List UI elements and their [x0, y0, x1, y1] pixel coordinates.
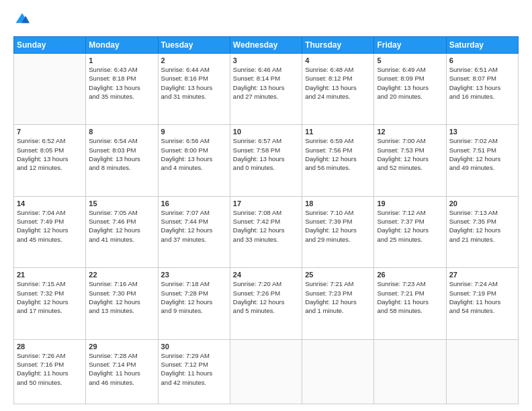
day-number: 27 — [449, 271, 515, 279]
day-number: 13 — [449, 128, 515, 136]
day-number: 21 — [17, 271, 83, 279]
calendar-day-cell: 9Sunrise: 6:56 AMSunset: 8:00 PMDaylight… — [158, 125, 230, 196]
day-info: Sunrise: 7:05 AMSunset: 7:46 PMDaylight:… — [89, 208, 154, 244]
day-info: Sunrise: 6:57 AMSunset: 7:58 PMDaylight:… — [233, 136, 299, 172]
day-number: 3 — [233, 56, 299, 64]
day-info: Sunrise: 7:08 AMSunset: 7:42 PMDaylight:… — [233, 208, 299, 244]
day-number: 1 — [89, 56, 154, 64]
day-info: Sunrise: 7:24 AMSunset: 7:19 PMDaylight:… — [449, 279, 515, 315]
day-number: 2 — [161, 56, 227, 64]
calendar-day-cell: 27Sunrise: 7:24 AMSunset: 7:19 PMDayligh… — [446, 268, 518, 339]
day-info: Sunrise: 7:20 AMSunset: 7:26 PMDaylight:… — [233, 279, 299, 315]
calendar-day-cell — [14, 54, 86, 125]
day-number: 24 — [233, 271, 299, 279]
day-number: 11 — [305, 128, 371, 136]
calendar-day-header: Friday — [374, 37, 446, 54]
calendar-day-cell: 5Sunrise: 6:49 AMSunset: 8:09 PMDaylight… — [374, 54, 446, 125]
day-number: 4 — [305, 56, 371, 64]
calendar-day-cell: 20Sunrise: 7:13 AMSunset: 7:35 PMDayligh… — [446, 196, 518, 267]
calendar-day-cell: 2Sunrise: 6:44 AMSunset: 8:16 PMDaylight… — [158, 54, 230, 125]
day-info: Sunrise: 6:46 AMSunset: 8:14 PMDaylight:… — [233, 65, 299, 101]
calendar-header-row: SundayMondayTuesdayWednesdayThursdayFrid… — [14, 37, 519, 54]
calendar-day-cell: 30Sunrise: 7:29 AMSunset: 7:12 PMDayligh… — [158, 339, 230, 404]
calendar-day-cell — [374, 339, 446, 404]
calendar-day-cell: 7Sunrise: 6:52 AMSunset: 8:05 PMDaylight… — [14, 125, 86, 196]
day-number: 15 — [89, 199, 154, 208]
day-number: 20 — [449, 199, 515, 208]
calendar-day-header: Monday — [86, 37, 158, 54]
day-number: 18 — [305, 199, 371, 208]
calendar-day-header: Tuesday — [158, 37, 230, 54]
calendar-day-cell: 29Sunrise: 7:28 AMSunset: 7:14 PMDayligh… — [86, 339, 158, 404]
day-info: Sunrise: 7:15 AMSunset: 7:32 PMDaylight:… — [17, 279, 83, 315]
day-number: 5 — [377, 56, 443, 64]
calendar-day-cell: 8Sunrise: 6:54 AMSunset: 8:03 PMDaylight… — [86, 125, 158, 196]
day-number: 14 — [17, 199, 83, 208]
day-number: 28 — [17, 342, 83, 351]
calendar-day-cell: 1Sunrise: 6:43 AMSunset: 8:18 PMDaylight… — [86, 54, 158, 125]
day-info: Sunrise: 6:56 AMSunset: 8:00 PMDaylight:… — [161, 136, 227, 172]
day-info: Sunrise: 6:43 AMSunset: 8:18 PMDaylight:… — [89, 65, 154, 101]
calendar-day-cell: 15Sunrise: 7:05 AMSunset: 7:46 PMDayligh… — [86, 196, 158, 267]
day-info: Sunrise: 7:07 AMSunset: 7:44 PMDaylight:… — [161, 208, 227, 244]
calendar-day-cell: 26Sunrise: 7:23 AMSunset: 7:21 PMDayligh… — [374, 268, 446, 339]
day-info: Sunrise: 7:10 AMSunset: 7:39 PMDaylight:… — [305, 208, 371, 244]
day-number: 10 — [233, 128, 299, 136]
calendar-day-cell: 13Sunrise: 7:02 AMSunset: 7:51 PMDayligh… — [446, 125, 518, 196]
calendar-week-row: 21Sunrise: 7:15 AMSunset: 7:32 PMDayligh… — [14, 268, 519, 339]
day-info: Sunrise: 7:28 AMSunset: 7:14 PMDaylight:… — [89, 351, 154, 387]
day-number: 25 — [305, 271, 371, 279]
logo — [13, 12, 31, 30]
day-info: Sunrise: 6:59 AMSunset: 7:56 PMDaylight:… — [305, 136, 371, 172]
calendar-week-row: 1Sunrise: 6:43 AMSunset: 8:18 PMDaylight… — [14, 54, 519, 125]
day-info: Sunrise: 6:48 AMSunset: 8:12 PMDaylight:… — [305, 65, 371, 101]
day-number: 23 — [161, 271, 227, 279]
calendar-day-cell: 3Sunrise: 6:46 AMSunset: 8:14 PMDaylight… — [230, 54, 302, 125]
calendar-day-cell: 6Sunrise: 6:51 AMSunset: 8:07 PMDaylight… — [446, 54, 518, 125]
day-number: 16 — [161, 199, 227, 208]
day-number: 19 — [377, 199, 443, 208]
calendar-table: SundayMondayTuesdayWednesdayThursdayFrid… — [13, 36, 519, 404]
calendar-day-cell: 24Sunrise: 7:20 AMSunset: 7:26 PMDayligh… — [230, 268, 302, 339]
day-info: Sunrise: 7:13 AMSunset: 7:35 PMDaylight:… — [449, 208, 515, 244]
day-info: Sunrise: 6:44 AMSunset: 8:16 PMDaylight:… — [161, 65, 227, 101]
calendar-day-cell: 4Sunrise: 6:48 AMSunset: 8:12 PMDaylight… — [302, 54, 374, 125]
calendar-day-cell: 10Sunrise: 6:57 AMSunset: 7:58 PMDayligh… — [230, 125, 302, 196]
day-number: 8 — [89, 128, 154, 136]
day-number: 30 — [161, 342, 227, 351]
calendar-day-header: Sunday — [14, 37, 86, 54]
day-info: Sunrise: 7:29 AMSunset: 7:12 PMDaylight:… — [161, 351, 227, 387]
calendar-day-cell: 14Sunrise: 7:04 AMSunset: 7:49 PMDayligh… — [14, 196, 86, 267]
calendar-day-cell: 16Sunrise: 7:07 AMSunset: 7:44 PMDayligh… — [158, 196, 230, 267]
day-info: Sunrise: 7:16 AMSunset: 7:30 PMDaylight:… — [89, 279, 154, 315]
calendar-day-cell: 25Sunrise: 7:21 AMSunset: 7:23 PMDayligh… — [302, 268, 374, 339]
day-info: Sunrise: 7:12 AMSunset: 7:37 PMDaylight:… — [377, 208, 443, 244]
day-info: Sunrise: 6:54 AMSunset: 8:03 PMDaylight:… — [89, 136, 154, 172]
day-info: Sunrise: 6:51 AMSunset: 8:07 PMDaylight:… — [449, 65, 515, 101]
day-number: 22 — [89, 271, 154, 279]
calendar-week-row: 28Sunrise: 7:26 AMSunset: 7:16 PMDayligh… — [14, 339, 519, 404]
day-info: Sunrise: 7:26 AMSunset: 7:16 PMDaylight:… — [17, 351, 83, 387]
day-info: Sunrise: 7:02 AMSunset: 7:51 PMDaylight:… — [449, 136, 515, 172]
calendar-day-cell: 19Sunrise: 7:12 AMSunset: 7:37 PMDayligh… — [374, 196, 446, 267]
day-number: 6 — [449, 56, 515, 64]
calendar-day-cell: 22Sunrise: 7:16 AMSunset: 7:30 PMDayligh… — [86, 268, 158, 339]
calendar-day-cell: 11Sunrise: 6:59 AMSunset: 7:56 PMDayligh… — [302, 125, 374, 196]
day-info: Sunrise: 6:49 AMSunset: 8:09 PMDaylight:… — [377, 65, 443, 101]
day-number: 9 — [161, 128, 227, 136]
calendar-day-cell — [302, 339, 374, 404]
calendar-week-row: 7Sunrise: 6:52 AMSunset: 8:05 PMDaylight… — [14, 125, 519, 196]
day-info: Sunrise: 7:23 AMSunset: 7:21 PMDaylight:… — [377, 279, 443, 315]
calendar-day-cell — [230, 339, 302, 404]
day-info: Sunrise: 7:04 AMSunset: 7:49 PMDaylight:… — [17, 208, 83, 244]
day-info: Sunrise: 6:52 AMSunset: 8:05 PMDaylight:… — [17, 136, 83, 172]
page-header — [13, 12, 519, 30]
calendar-day-header: Thursday — [302, 37, 374, 54]
day-number: 7 — [17, 128, 83, 136]
logo-icon — [15, 12, 30, 27]
day-info: Sunrise: 7:00 AMSunset: 7:53 PMDaylight:… — [377, 136, 443, 172]
calendar-day-header: Wednesday — [230, 37, 302, 54]
day-number: 26 — [377, 271, 443, 279]
calendar-day-cell — [446, 339, 518, 404]
calendar-day-header: Saturday — [446, 37, 518, 54]
